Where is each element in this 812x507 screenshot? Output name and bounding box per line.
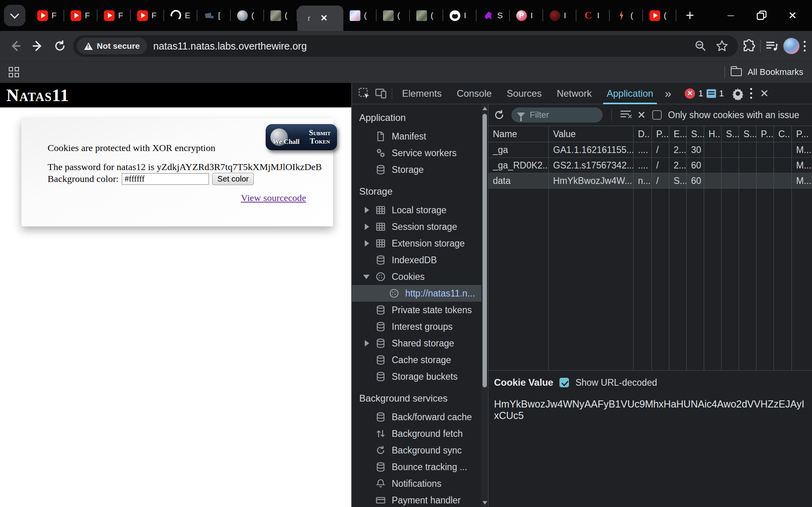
cookie-cell[interactable] (756, 173, 774, 189)
cookie-cell[interactable] (756, 142, 774, 158)
devtools-tab-application[interactable]: Application (599, 83, 661, 104)
cookie-cell[interactable]: / (652, 142, 669, 158)
sidebar-item-interest-groups[interactable]: Interest groups (352, 318, 481, 335)
media-controls-icon[interactable] (765, 39, 779, 53)
sidebar-item-payment-handler[interactable]: Payment handler (352, 492, 481, 507)
browser-tab[interactable]: I (443, 0, 477, 31)
cookie-cell[interactable]: 2... (669, 158, 686, 173)
address-bar[interactable]: Not secure natas11.natas.labs.overthewir… (73, 35, 738, 57)
browser-tab[interactable]: ( (377, 0, 410, 31)
cookie-cell[interactable]: HmYkBwozJw4W... (549, 173, 633, 189)
sidebar-item-private-state-tokens[interactable]: Private state tokens (352, 302, 481, 318)
column-header[interactable]: Value (549, 126, 633, 142)
tab-search-button[interactable] (4, 5, 25, 26)
browser-tab[interactable]: ( (610, 0, 643, 31)
sidebar-item-indexeddb[interactable]: IndexedDB (352, 252, 481, 268)
browser-tab[interactable]: E (164, 0, 197, 31)
browser-menu-button[interactable] (804, 41, 806, 52)
cookie-cell[interactable] (774, 158, 791, 173)
browser-tab[interactable]: ( (643, 0, 676, 31)
column-header[interactable]: S... (722, 126, 739, 142)
sidebar-item-service-workers[interactable]: Service workers (352, 145, 481, 161)
sidebar-item-session-storage[interactable]: Session storage (352, 218, 481, 235)
all-bookmarks-button[interactable]: All Bookmarks (747, 67, 803, 77)
browser-tab[interactable]: ( (264, 0, 297, 31)
sidebar-item-back-forward-cache[interactable]: Back/forward cache (352, 409, 481, 425)
sidebar-item-notifications[interactable]: Notifications (352, 475, 481, 492)
cookie-cell[interactable] (704, 173, 721, 189)
cookie-cell[interactable]: / (652, 173, 669, 189)
cookie-cell[interactable]: n... (634, 173, 651, 189)
extensions-icon[interactable] (742, 39, 756, 53)
cookie-cell[interactable] (722, 158, 739, 173)
browser-tab[interactable]: ( (343, 0, 377, 31)
cookie-cell[interactable]: 60 (687, 158, 704, 173)
browser-tab[interactable]: ( (410, 0, 443, 31)
column-header[interactable]: E... (669, 126, 686, 142)
cookie-cell[interactable]: GA1.1.162161155... (549, 142, 633, 158)
close-window-button[interactable]: ✕ (777, 0, 808, 31)
cookie-cell[interactable] (704, 142, 721, 158)
column-header[interactable]: P... (792, 126, 812, 142)
background-color-input[interactable] (122, 173, 209, 185)
browser-tab[interactable]: F (31, 0, 64, 31)
cookie-cell[interactable]: 60 (687, 173, 704, 189)
browser-tab[interactable]: ( (231, 0, 264, 31)
inspect-element-button[interactable] (356, 85, 373, 102)
browser-tab-active[interactable]: r✕ (297, 6, 343, 31)
cookie-cell[interactable]: _ga_RD0K2... (488, 158, 548, 173)
column-header[interactable]: S... (687, 126, 704, 142)
sidebar-item-background-sync[interactable]: Background sync (352, 442, 481, 459)
devtools-tab-elements[interactable]: Elements (395, 83, 449, 104)
column-header[interactable]: Name (488, 126, 548, 142)
site-security-chip[interactable]: Not secure (77, 38, 147, 54)
cookie-cell[interactable]: S... (669, 173, 686, 189)
cookie-cell[interactable]: GS2.1.s17567342... (549, 158, 633, 173)
cookie-cell[interactable]: M... (792, 142, 812, 158)
sidebar-item-local-storage[interactable]: Local storage (352, 202, 481, 218)
devtools-close-button[interactable]: ✕ (756, 85, 773, 102)
column-header[interactable]: S... (739, 126, 756, 142)
cookie-cell[interactable]: data (488, 173, 548, 189)
cookie-cell[interactable] (739, 142, 756, 158)
issue-filter-checkbox[interactable] (652, 110, 662, 120)
browser-tab[interactable]: S (477, 0, 510, 31)
sidebar-item-shared-storage[interactable]: Shared storage (352, 335, 481, 352)
cookie-cell[interactable] (756, 158, 774, 173)
collapse-arrow-icon[interactable] (365, 224, 369, 230)
devtools-tab-network[interactable]: Network (549, 83, 599, 104)
cookie-cell[interactable]: 2... (669, 142, 686, 158)
refresh-cookies-icon[interactable] (493, 109, 505, 121)
sidebar-item-background-fetch[interactable]: Background fetch (352, 425, 481, 442)
cookie-cell[interactable] (739, 158, 756, 173)
clear-filter-icon[interactable]: ✕ (620, 111, 631, 119)
close-tab-icon[interactable]: ✕ (320, 13, 327, 23)
sidebar-item-cache-storage[interactable]: Cache storage (352, 352, 481, 368)
cookie-cell[interactable]: 30 (687, 142, 704, 158)
cookie-cell[interactable] (739, 173, 756, 189)
browser-tab[interactable]: I (543, 0, 576, 31)
browser-tab[interactable]: F (131, 0, 164, 31)
cookie-filter-input[interactable]: Filter (511, 107, 603, 122)
column-header[interactable]: H.. (704, 126, 721, 142)
show-url-decoded-checkbox[interactable] (559, 378, 569, 387)
sidebar-item-storage-buckets[interactable]: Storage buckets (352, 368, 481, 385)
expand-arrow-icon[interactable] (363, 275, 370, 279)
wechall-submit-token-button[interactable]: We Chall Submit Token (266, 124, 337, 150)
set-color-button[interactable]: Set color (212, 173, 254, 185)
sidebar-item-bounce-tracking[interactable]: Bounce tracking ... (352, 459, 481, 475)
sidebar-scrollbar[interactable] (481, 104, 488, 507)
forward-button[interactable] (29, 37, 47, 55)
cookie-cell[interactable] (704, 158, 721, 173)
cookie-cell[interactable]: M... (792, 173, 812, 189)
sidebar-item-http-natas11-n[interactable]: http://natas11.n... (352, 285, 481, 302)
sidebar-item-cookies[interactable]: Cookies (352, 268, 481, 285)
column-header[interactable]: P... (652, 126, 669, 142)
column-header[interactable]: D.. (634, 126, 651, 142)
bookmark-star-icon[interactable] (716, 40, 728, 52)
devtools-menu-button[interactable] (750, 88, 752, 99)
browser-tab[interactable]: [ (197, 0, 231, 31)
error-badge-icon[interactable]: ✕ (685, 88, 695, 99)
browser-tab[interactable]: F (64, 0, 98, 31)
devtools-tab-sources[interactable]: Sources (499, 83, 549, 104)
